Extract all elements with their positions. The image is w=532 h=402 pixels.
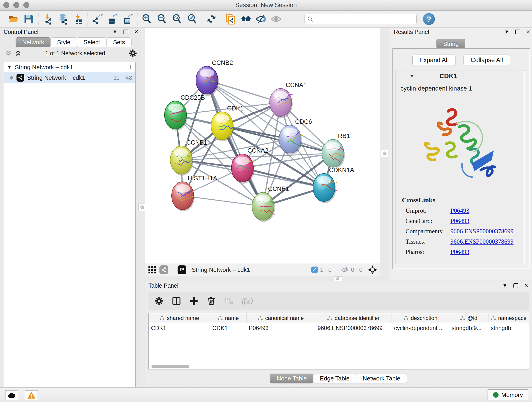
column-header-name[interactable]: name (210, 313, 247, 323)
column-header-shared-name[interactable]: shared name (149, 313, 210, 323)
houses-icon (240, 13, 251, 25)
zoom-selected-button[interactable] (185, 12, 200, 26)
network-node-ccna1[interactable]: CCNA1 (270, 82, 307, 118)
search-input[interactable] (315, 16, 413, 22)
crosslink-row: GeneCard:P06493 (405, 217, 527, 225)
network-edge[interactable] (207, 80, 263, 206)
table-panel-close-button[interactable]: ✕ (524, 283, 528, 288)
results-panel-float-button[interactable] (515, 30, 520, 34)
node-label: HIST1H1A (188, 175, 217, 182)
tab-edge-table[interactable]: Edge Table (313, 374, 356, 383)
show-columns-icon[interactable] (172, 296, 181, 306)
first-neighbors-button[interactable] (238, 12, 253, 26)
network-node-cdkn1a[interactable]: CDKN1A (313, 167, 354, 203)
zoom-fit-button[interactable] (170, 12, 185, 26)
hide-selected-button[interactable] (253, 12, 268, 26)
crosslink-link[interactable]: P06493 (450, 207, 469, 214)
table-panel-collapse-button[interactable]: ▼ (502, 283, 507, 288)
crosslink-link[interactable]: P06493 (450, 249, 469, 255)
node-table: shared namenamecanonical namedatabase id… (148, 313, 529, 370)
network-node-rb1[interactable]: RB1 (322, 133, 350, 169)
results-scrollbar[interactable] (523, 71, 526, 264)
cloud-status-button[interactable] (5, 390, 18, 400)
import-network-database-button[interactable] (56, 12, 70, 26)
control-panel-close-button[interactable]: ✕ (134, 29, 138, 34)
export-table-button[interactable] (105, 12, 120, 26)
selected-checkbox[interactable]: ✓ (311, 267, 318, 273)
delete-column-icon[interactable] (207, 296, 216, 306)
column-header-namespace[interactable]: namespace (488, 313, 529, 323)
tab-sets[interactable]: Sets (106, 37, 132, 47)
delete-table-icon (224, 296, 233, 306)
right-splitter-handle[interactable] (381, 150, 388, 157)
zoom-in-button[interactable] (139, 12, 154, 26)
open-session-button[interactable] (6, 12, 21, 26)
results-panel-close-button[interactable]: ✕ (526, 29, 530, 34)
tab-node-table[interactable]: Node Table (270, 374, 313, 383)
refresh-layout-button[interactable] (204, 12, 219, 26)
window-minimize-button[interactable] (13, 2, 19, 8)
column-header-description[interactable]: description (392, 313, 449, 323)
control-panel-collapse-button[interactable]: ▼ (113, 29, 118, 34)
control-panel-float-button[interactable] (123, 30, 128, 34)
duplicate-network-button[interactable] (223, 12, 238, 26)
memory-button[interactable]: Memory (488, 389, 528, 400)
warning-status-button[interactable] (25, 390, 38, 400)
horizontal-splitter-handle[interactable] (334, 276, 342, 281)
window-zoom-button[interactable] (23, 2, 29, 8)
network-status-dot (10, 76, 13, 80)
network-node-ccna2[interactable]: CCNA2 (231, 147, 268, 184)
export-image-button[interactable] (120, 12, 135, 26)
network-edge[interactable] (242, 168, 324, 187)
network-node-cdc6[interactable]: CDC6 (279, 118, 312, 155)
grid-view-icon[interactable] (148, 266, 156, 274)
detach-view-icon[interactable] (177, 265, 186, 274)
gear-icon[interactable] (129, 49, 137, 57)
crosslink-row: Pharos:P06493 (405, 249, 527, 255)
network-node-hist1h1a[interactable]: HIST1H1A (172, 175, 217, 211)
show-all-button[interactable] (268, 12, 284, 26)
node-label: CCNE1 (268, 185, 289, 192)
column-header-canonical-name[interactable]: canonical name (247, 313, 315, 323)
table-hscrollbar[interactable] (149, 365, 529, 368)
network-node-ccnb2[interactable]: CCNB2 (196, 59, 233, 96)
table-settings-gear-icon[interactable] (154, 296, 164, 306)
help-button[interactable]: ? (423, 13, 435, 25)
results-panel-collapse-button[interactable]: ▼ (504, 29, 509, 34)
network-edge[interactable] (183, 196, 263, 206)
export-network-button[interactable] (90, 12, 105, 26)
tab-network[interactable]: Network (16, 37, 51, 47)
collection-expand-icon[interactable]: ▼ (7, 65, 12, 70)
tab-select[interactable]: Select (77, 37, 107, 47)
expand-all-icon[interactable] (15, 50, 22, 56)
network-row[interactable]: String Network – cdk1 11 48 (4, 72, 135, 83)
crosslink-link[interactable]: 9606.ENSP00000378699 (450, 238, 513, 245)
import-table-file-button[interactable] (70, 12, 86, 26)
network-node-ccne1[interactable]: CCNE1 (252, 185, 289, 222)
collapse-all-icon[interactable] (5, 50, 12, 56)
network-share-icon[interactable] (159, 265, 168, 274)
zoom-out-button[interactable] (154, 12, 170, 26)
crosslink-link[interactable]: P06493 (450, 217, 469, 225)
network-canvas[interactable]: CCNB2CCNA1CDC25BCDK1CDC6RB1CCNB1CCNA2CDK… (145, 28, 380, 264)
collapse-all-button[interactable]: Collapse All (463, 55, 510, 66)
add-column-icon[interactable] (189, 296, 198, 306)
import-network-file-button[interactable] (40, 12, 56, 26)
column-header--id[interactable]: @id (449, 313, 488, 323)
tab-style[interactable]: Style (51, 37, 77, 47)
expand-all-button[interactable]: Expand All (412, 55, 456, 66)
status-bar: Memory (0, 387, 532, 402)
table-row[interactable]: CDK1CDK1P064939606.ENSP00000378699cyclin… (149, 323, 529, 333)
section-collapse-icon[interactable]: ▼ (410, 73, 414, 79)
birds-eye-icon[interactable] (368, 265, 377, 274)
save-session-button[interactable] (21, 12, 36, 26)
window-close-button[interactable] (3, 2, 9, 8)
network-collection-row[interactable]: ▼ String Network – cdk1 1 (4, 62, 135, 72)
table-hscroll-thumb[interactable] (152, 365, 189, 368)
tab-string[interactable]: String (437, 39, 465, 49)
network-node-ccnb1[interactable]: CCNB1 (170, 139, 207, 176)
tab-network-table[interactable]: Network Table (356, 374, 407, 383)
table-panel-float-button[interactable] (513, 283, 518, 288)
column-header-database-identifier[interactable]: database identifier (315, 313, 392, 323)
crosslink-link[interactable]: 9606.ENSP00000378699 (450, 228, 513, 235)
